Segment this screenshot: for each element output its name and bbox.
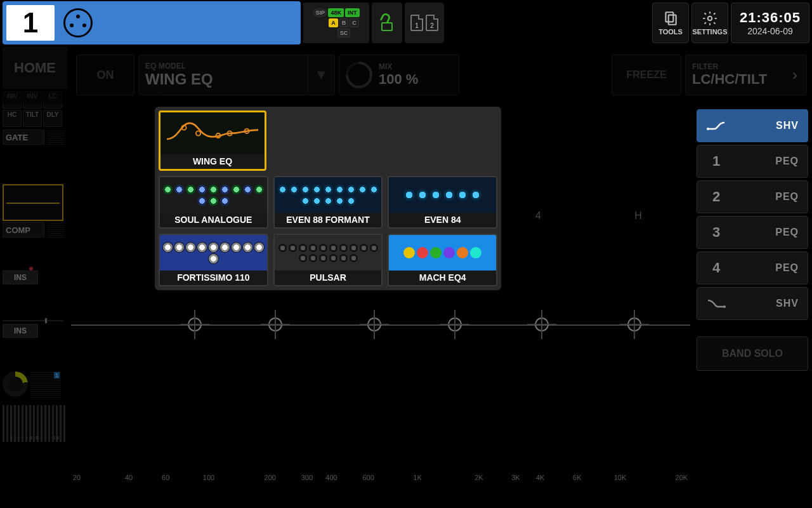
mix-knob-panel[interactable]: MIX 100 %	[339, 55, 459, 95]
sd-card-panel[interactable]: 1 2	[405, 3, 444, 43]
eq-thumbnail-icon	[3, 184, 63, 221]
eq-model-wing-eq[interactable]: WING EQ	[159, 110, 266, 171]
status-b: B	[339, 18, 349, 27]
svg-point-2	[708, 17, 712, 21]
insert-1-section[interactable]: INS	[3, 271, 69, 284]
sd-card-1-icon: 1	[410, 15, 423, 31]
eq-model-fortissimo-110[interactable]: FORTISSIMO 110	[159, 234, 268, 286]
status-sip: SIP	[313, 8, 327, 17]
svg-rect-1	[669, 15, 676, 25]
copy-icon	[662, 10, 679, 27]
filter-nav[interactable]: FILTER LC/HC/TILT ›	[685, 55, 807, 95]
xlr-icon	[63, 8, 93, 37]
eq-model-popup: WING EQ SOUL ANALOGUE EVEN 88 FORMANT EV…	[155, 107, 501, 290]
mix-knob-icon	[340, 56, 377, 93]
gate-section[interactable]: GATE	[3, 130, 69, 145]
band-solo-button[interactable]: BAND SOLO	[697, 337, 808, 371]
channel-tags: 48V INV LC HC TILT DLY	[3, 90, 67, 128]
gate-meter-icon	[47, 130, 65, 145]
eq-node-4[interactable]	[448, 318, 462, 331]
high-shelf-icon	[697, 298, 735, 309]
status-a: A	[329, 18, 338, 27]
tag-tilt: TILT	[23, 110, 42, 127]
tag-48v: 48V	[3, 91, 22, 109]
chevron-down-icon: ▼	[308, 55, 334, 95]
eq-model-dropdown[interactable]: EQ MODEL WING EQ ▼	[138, 55, 335, 95]
home-button[interactable]: HOME	[3, 47, 67, 89]
lock-button[interactable]	[372, 3, 402, 43]
status-clock-mode: INT	[345, 8, 360, 17]
band-low-shelf[interactable]: SHV	[697, 109, 808, 142]
status-sc: SC	[337, 29, 351, 37]
tag-lc: LC	[43, 91, 62, 109]
eq-model-even-84[interactable]: EVEN 84	[388, 176, 497, 229]
band-panel: SHV 1 PEQ 2 PEQ 3 PEQ 4 PEQ SHV BAND SOL…	[693, 107, 812, 484]
eq-model-mach-eq4[interactable]: MACH EQ4	[388, 234, 497, 286]
settings-button[interactable]: SETTINGS	[691, 3, 728, 43]
main-badge: 1	[54, 372, 60, 378]
eq-on-button[interactable]: ON	[76, 55, 134, 95]
insert-2-section[interactable]: INS	[3, 324, 69, 338]
band-3[interactable]: 3 PEQ	[697, 216, 808, 249]
low-shelf-icon	[697, 120, 735, 131]
svg-point-3	[707, 128, 709, 130]
node-label-h: H	[634, 210, 642, 222]
svg-rect-0	[665, 12, 673, 22]
eq-model-soul-analogue[interactable]: SOUL ANALOGUE	[159, 176, 268, 229]
eq-node-2[interactable]	[268, 318, 282, 331]
eq-model-even-88-formant[interactable]: EVEN 88 FORMANT	[273, 176, 383, 229]
node-label-4: 4	[535, 210, 541, 222]
eq-node-5[interactable]	[535, 318, 549, 331]
status-sample-rate: 48K	[328, 8, 344, 17]
svg-point-6	[196, 131, 200, 135]
clock-time: 21:36:05	[740, 10, 801, 26]
comp-meter-icon	[47, 222, 65, 237]
svg-point-4	[723, 305, 726, 308]
lock-open-icon	[380, 15, 394, 31]
clock-panel[interactable]: 21:36:05 2024-06-09	[731, 3, 809, 43]
sd-card-2-icon: 2	[426, 15, 438, 31]
gauge-icon	[3, 371, 28, 397]
eq-toolbar: ON EQ MODEL WING EQ ▼ MIX 100 % FREEZE F…	[71, 51, 812, 99]
tag-dly: DLY	[43, 110, 62, 127]
tools-button[interactable]: TOOLS	[652, 3, 689, 43]
eq-model-pulsar[interactable]: PULSAR	[273, 234, 383, 286]
band-2[interactable]: 2 PEQ	[697, 180, 808, 213]
tag-inv: INV	[23, 91, 42, 109]
status-c: C	[350, 18, 359, 27]
freeze-button[interactable]: FREEZE	[612, 55, 681, 95]
channel-number: 1	[6, 5, 55, 41]
eq-node-3[interactable]	[367, 318, 381, 331]
band-4[interactable]: 4 PEQ	[697, 251, 808, 284]
gear-icon	[702, 10, 718, 27]
clock-date: 2024-06-09	[747, 26, 793, 36]
channel-header[interactable]: 1	[3, 1, 301, 44]
freq-axis: 20 40 60 100 200 300 400 600 1K 2K 3K 4K…	[74, 462, 688, 481]
tag-hc: HC	[3, 110, 22, 127]
eq-node-1[interactable]	[188, 318, 202, 331]
eq-section[interactable]	[3, 184, 69, 221]
chevron-right-icon: ›	[783, 66, 806, 84]
bus-routing-section[interactable]: 1········8 9·······16	[3, 405, 69, 442]
eq-node-6[interactable]	[627, 318, 641, 331]
main-section[interactable]: 1	[3, 371, 69, 398]
status-panel[interactable]: SIP 48K INT A B C SC	[303, 3, 369, 43]
top-bar: 1 SIP 48K INT A B C SC 1 2 TOOL	[0, 0, 812, 46]
left-rail: HOME 48V INV LC HC TILT DLY GATE COMP IN…	[0, 46, 71, 508]
band-1[interactable]: 1 PEQ	[697, 145, 808, 178]
band-high-shelf[interactable]: SHV	[697, 287, 808, 320]
comp-section[interactable]: COMP	[3, 222, 69, 237]
